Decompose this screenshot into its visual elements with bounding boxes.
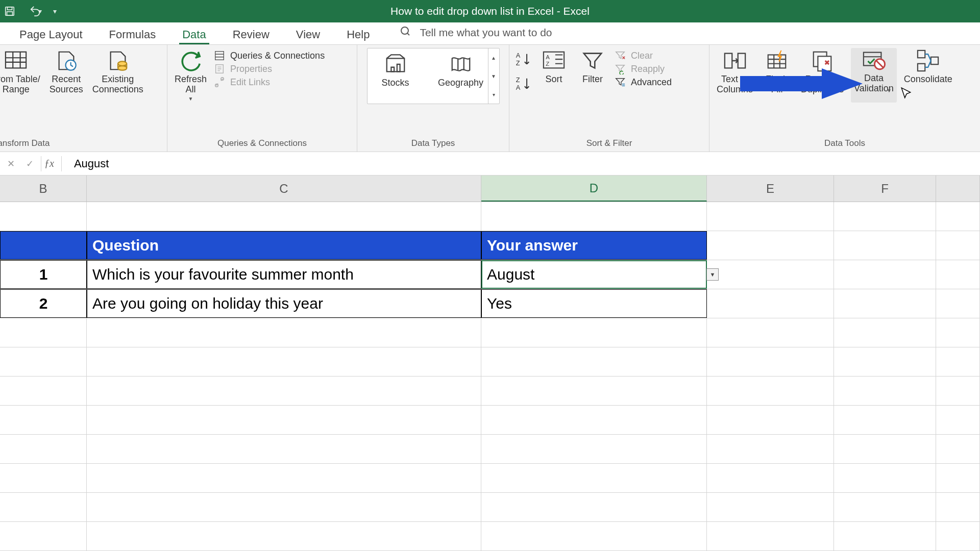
column-header-rest[interactable] bbox=[936, 176, 980, 202]
header-cell-number[interactable] bbox=[0, 231, 87, 260]
tab-review[interactable]: Review bbox=[230, 28, 273, 44]
tab-help[interactable]: Help bbox=[344, 28, 373, 44]
filter-button[interactable]: Filter bbox=[576, 48, 609, 86]
properties-button: Properties bbox=[214, 63, 325, 74]
clear-filter-button: Clear bbox=[615, 50, 672, 61]
data-validation-icon bbox=[862, 48, 886, 71]
grid-row[interactable] bbox=[0, 202, 980, 231]
question-cell[interactable]: Are you going on holiday this year bbox=[87, 289, 481, 318]
header-cell-question[interactable]: Question bbox=[87, 231, 481, 260]
column-header-e[interactable]: E bbox=[707, 176, 834, 202]
geography-datatype-button[interactable]: Geography bbox=[433, 52, 489, 89]
tab-view[interactable]: View bbox=[293, 28, 323, 44]
dropdown-caret-icon: ▼ bbox=[887, 88, 892, 93]
undo-icon[interactable] bbox=[30, 6, 41, 17]
formula-bar-value[interactable]: August bbox=[62, 157, 109, 170]
svg-rect-2 bbox=[7, 12, 13, 15]
row-number-cell[interactable]: 1 bbox=[0, 260, 87, 289]
grid-row[interactable] bbox=[0, 377, 980, 406]
answer-cell[interactable]: Yes bbox=[481, 289, 707, 318]
svg-text:A: A bbox=[546, 54, 550, 60]
advanced-filter-button[interactable]: Advanced bbox=[615, 77, 672, 88]
quick-access-toolbar: ▾ ▾ bbox=[0, 6, 57, 17]
qat-customize-icon[interactable]: ▾ bbox=[53, 7, 57, 15]
svg-rect-4 bbox=[6, 52, 26, 68]
edit-links-button: Edit Links bbox=[214, 77, 325, 88]
advanced-filter-icon bbox=[615, 77, 626, 88]
svg-rect-21 bbox=[738, 54, 745, 68]
svg-rect-8 bbox=[215, 52, 224, 60]
stocks-datatype-button[interactable]: Stocks bbox=[373, 52, 419, 89]
properties-icon bbox=[214, 63, 225, 74]
column-header-f[interactable]: F bbox=[834, 176, 936, 202]
grid-row[interactable] bbox=[0, 435, 980, 464]
grid-row[interactable] bbox=[0, 493, 980, 522]
grid-row[interactable] bbox=[0, 522, 980, 551]
cancel-formula-icon: ✕ bbox=[7, 158, 15, 169]
sort-dialog-icon: AZ bbox=[542, 49, 566, 72]
existing-connections-button[interactable]: Existing Connections bbox=[90, 48, 145, 96]
queries-connections-group-label: Queries & Connections bbox=[173, 138, 352, 151]
data-types-group-label: Data Types bbox=[362, 138, 504, 151]
refresh-icon bbox=[179, 49, 203, 72]
table-icon bbox=[4, 49, 28, 72]
question-cell[interactable]: Which is your favourite summer month bbox=[87, 260, 481, 289]
row-number-cell[interactable]: 2 bbox=[0, 289, 87, 318]
insert-function-icon[interactable]: ƒx bbox=[41, 158, 61, 169]
grid-row[interactable] bbox=[0, 464, 980, 493]
svg-point-7 bbox=[118, 66, 127, 70]
svg-text:Z: Z bbox=[546, 61, 549, 67]
svg-rect-29 bbox=[931, 57, 938, 64]
table-header-row[interactable]: Question Your answer bbox=[0, 231, 980, 260]
worksheet-grid[interactable]: B C D E F Question Your answer 1 Which i… bbox=[0, 176, 980, 551]
dropdown-button-icon[interactable]: ▼ bbox=[706, 268, 719, 281]
funnel-icon bbox=[581, 49, 604, 72]
sort-asc-icon[interactable]: AZ bbox=[514, 51, 532, 68]
grid-row[interactable] bbox=[0, 406, 980, 435]
title-bar: ▾ ▾ How to edit drop down list in Excel … bbox=[0, 0, 980, 22]
enter-formula-icon: ✓ bbox=[26, 158, 34, 169]
sort-button[interactable]: AZ Sort bbox=[537, 48, 571, 86]
tab-formulas[interactable]: Formulas bbox=[106, 28, 159, 44]
consolidate-button[interactable]: Consolidate bbox=[902, 48, 954, 86]
save-icon[interactable] bbox=[4, 6, 15, 17]
answer-cell-selected[interactable]: August ▼ bbox=[481, 260, 707, 289]
refresh-all-button[interactable]: Refresh All ▼ bbox=[173, 48, 209, 103]
queries-connections-button[interactable]: Queries & Connections bbox=[214, 50, 325, 61]
column-header-d[interactable]: D bbox=[481, 176, 707, 202]
sort-filter-group-label: Sort & Filter bbox=[514, 138, 704, 151]
formula-bar: ✕ ✓ ƒx August bbox=[0, 152, 980, 176]
tab-page-layout[interactable]: Page Layout bbox=[16, 28, 86, 44]
table-row[interactable]: 2 Are you going on holiday this year Yes bbox=[0, 289, 980, 318]
data-types-gallery[interactable]: Stocks Geography ▲▼▾ bbox=[367, 48, 500, 104]
svg-rect-20 bbox=[724, 54, 731, 68]
sort-desc-icon[interactable]: ZA bbox=[514, 76, 532, 93]
reapply-filter-button: Reapply bbox=[615, 63, 672, 74]
svg-rect-12 bbox=[386, 59, 404, 72]
recent-sources-icon bbox=[55, 49, 78, 72]
table-row[interactable]: 1 Which is your favourite summer month A… bbox=[0, 260, 980, 289]
from-table-range-button[interactable]: From Table/ Range bbox=[0, 48, 42, 96]
column-header-c[interactable]: C bbox=[87, 176, 481, 202]
gallery-scroll-icon[interactable]: ▲▼▾ bbox=[488, 48, 499, 104]
reapply-icon bbox=[615, 63, 626, 74]
data-tools-group-label: Data Tools bbox=[715, 138, 975, 151]
svg-text:A: A bbox=[516, 52, 521, 59]
consolidate-icon bbox=[916, 49, 940, 72]
svg-point-6 bbox=[118, 61, 127, 66]
recent-sources-button[interactable]: Recent Sources bbox=[47, 48, 85, 96]
svg-rect-28 bbox=[918, 64, 925, 71]
grid-row[interactable] bbox=[0, 318, 980, 347]
queries-connections-icon bbox=[214, 50, 225, 61]
answer-cell-value: August bbox=[487, 266, 534, 283]
tell-me-search[interactable]: Tell me what you want to do bbox=[399, 25, 552, 44]
svg-point-3 bbox=[401, 27, 408, 34]
grid-row[interactable] bbox=[0, 347, 980, 377]
tab-data[interactable]: Data bbox=[179, 28, 209, 44]
header-cell-answer[interactable]: Your answer bbox=[481, 231, 707, 260]
svg-marker-30 bbox=[740, 68, 863, 99]
ribbon-tabs: Page Layout Formulas Data Review View He… bbox=[0, 22, 980, 45]
existing-connections-icon bbox=[106, 49, 130, 72]
transform-data-group-label: Transform Data bbox=[0, 138, 162, 151]
column-header-b[interactable]: B bbox=[0, 176, 87, 202]
